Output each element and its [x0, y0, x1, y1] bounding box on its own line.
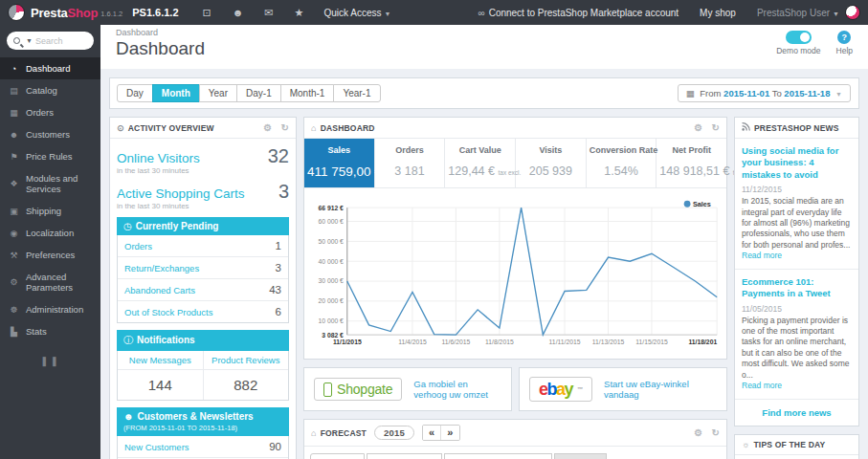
tag-icon: ⚑: [9, 152, 19, 162]
active-carts-metric: Active Shopping Carts 3: [117, 181, 289, 203]
header-widgets: Demo mode ? Help: [776, 31, 853, 55]
sidebar-item-price-rules[interactable]: ⚑Price Rules: [0, 145, 100, 167]
cart-icon[interactable]: ⊡: [203, 7, 211, 19]
topbar: PrestaShop 1.6.1.2 PS1.6.1.2 ⊡ ☻ ✉ ★ Qui…: [0, 0, 868, 25]
person-icon: ☻: [123, 411, 134, 422]
filter-day-1-button[interactable]: Day-1: [236, 84, 281, 102]
kpi-tabs: Sales411 759,00 € tax excl. Orders3 181 …: [304, 139, 726, 188]
refresh-icon[interactable]: ↻: [711, 427, 720, 438]
prestashop-logo-icon[interactable]: [8, 4, 25, 21]
sidebar-item-preferences[interactable]: ⚒Preferences: [0, 244, 100, 266]
online-visitors-link[interactable]: Online Visitors: [117, 151, 200, 165]
new-messages-value: 144: [118, 370, 203, 400]
trophy-icon[interactable]: ★: [295, 7, 304, 19]
article-title-link[interactable]: Using social media for your business: 4 …: [742, 145, 852, 181]
refresh-icon[interactable]: ↻: [280, 122, 289, 133]
sidebar-item-orders[interactable]: ▦Orders: [0, 101, 100, 123]
forecast-avg-cart-button[interactable]: Average Cart Value: [444, 453, 552, 459]
brand-name[interactable]: PrestaShop: [31, 6, 98, 20]
filter-month-button[interactable]: Month: [152, 84, 200, 102]
shopgate-logo: Shopgate: [314, 378, 402, 401]
sidebar-item-dashboard[interactable]: ◔Dashboard: [0, 57, 100, 79]
currently-pending-header: ◷Currently Pending: [117, 217, 289, 235]
help-icon[interactable]: ?: [837, 31, 851, 44]
notifications-header: ⓘNotifications: [117, 330, 289, 351]
article-title-link[interactable]: Ecommerce 101: Payments in a Tweet: [742, 276, 852, 300]
search-input[interactable]: [35, 36, 88, 46]
demo-mode-label: Demo mode: [776, 46, 820, 55]
active-carts-link[interactable]: Active Shopping Carts: [117, 186, 245, 201]
gear-icon[interactable]: ⚙: [694, 427, 702, 438]
gear-icon[interactable]: ⚙: [263, 122, 272, 133]
user-avatar[interactable]: [845, 5, 860, 20]
help-widget: ? Help: [836, 31, 853, 55]
sidebar-item-localization[interactable]: ◉Localization: [0, 222, 100, 244]
filter-month-1-button[interactable]: Month-1: [280, 84, 335, 102]
wrench-icon: ⚒: [9, 251, 19, 260]
shop-name[interactable]: PS1.6.1.2: [132, 7, 178, 18]
gear-icon[interactable]: ⚙: [694, 122, 702, 133]
breadcrumb[interactable]: Dashboard: [116, 28, 853, 37]
kpi-tab-cart-value[interactable]: Cart Value129,44 € tax excl.: [445, 139, 516, 187]
kpi-tab-visits[interactable]: Visits205 939: [516, 139, 587, 187]
my-shop-link[interactable]: My shop: [700, 8, 736, 18]
customer-icon[interactable]: ☻: [233, 7, 244, 18]
search-scope-chevron-icon[interactable]: ▼: [26, 37, 33, 44]
svg-text:11/13/2015: 11/13/2015: [592, 339, 625, 345]
marketplace-link[interactable]: ∞Connect to PrestaShop Marketplace accou…: [479, 8, 679, 18]
truck-icon: ▣: [9, 207, 19, 216]
phone-icon: [323, 382, 332, 397]
bar-chart-icon: ▙: [9, 327, 19, 337]
search-icon: [13, 37, 20, 44]
quick-access-menu[interactable]: Quick Access▼: [323, 8, 390, 18]
forecast-sales-button[interactable]: Sales: [554, 453, 607, 459]
sidebar-item-modules[interactable]: ❖Modules and Services: [0, 167, 100, 200]
read-more-link[interactable]: Read more: [742, 251, 782, 260]
filter-year-1-button[interactable]: Year-1: [333, 84, 380, 102]
forecast-panel-header: ⌂ FORECAST 2015 « » ⚙ ↻: [304, 420, 726, 447]
sidebar-collapse-button[interactable]: ❚❚: [0, 356, 100, 366]
demo-mode-toggle[interactable]: [786, 31, 812, 44]
svg-text:11/8/2015: 11/8/2015: [485, 339, 514, 345]
kpi-tab-orders[interactable]: Orders3 181: [375, 139, 446, 187]
kpi-tab-net-profit[interactable]: Net Profit148 918,51 € tax excl.: [657, 139, 726, 187]
previous-year-button[interactable]: «: [423, 426, 440, 440]
news-article: Using social media for your business: 4 …: [735, 139, 858, 270]
chevron-down-icon: ▼: [835, 91, 842, 98]
activity-panel-header: ⊙ ACTIVITY OVERVIEW ⚙ ↻: [110, 118, 296, 139]
mail-icon[interactable]: ✉: [264, 7, 273, 19]
ebay-link[interactable]: Start uw eBay-winkel vandaag: [604, 379, 717, 400]
forecast-conversion-button[interactable]: Conversion: [367, 453, 442, 459]
refresh-icon[interactable]: ↻: [711, 122, 720, 133]
sidebar-item-catalog[interactable]: ▤Catalog: [0, 79, 100, 101]
clock-icon: ◷: [123, 221, 132, 231]
product-reviews-link[interactable]: Product Reviews: [203, 351, 289, 369]
find-more-news-link[interactable]: Find more news: [735, 400, 858, 426]
sidebar-item-customers[interactable]: ☻Customers: [0, 123, 100, 145]
sidebar-item-advanced-parameters[interactable]: ⚙Advanced Parameters: [0, 266, 100, 298]
people-icon: ☻: [9, 130, 19, 140]
kpi-tab-sales[interactable]: Sales411 759,00 € tax excl.: [304, 139, 375, 187]
kpi-tab-conversion-rate[interactable]: Conversion Rate1.54%: [587, 139, 657, 187]
online-visitors-metric: Online Visitors 32: [117, 145, 289, 167]
next-year-button[interactable]: »: [440, 426, 458, 440]
user-menu[interactable]: PrestaShop User▼: [757, 8, 839, 18]
sidebar-item-administration[interactable]: ☸Administration: [0, 298, 100, 320]
puzzle-icon: ❖: [9, 179, 19, 188]
shopgate-link[interactable]: Ga mobiel en verhoog uw omzet: [413, 379, 501, 400]
ebay-module: ebay™ Start uw eBay-winkel vandaag: [519, 367, 727, 411]
sidebar-item-shipping[interactable]: ▣Shipping: [0, 200, 100, 222]
forecast-traffic-button[interactable]: Traffic: [310, 453, 365, 459]
forecast-nav: « »: [422, 425, 460, 441]
sidebar-search[interactable]: ▼: [7, 32, 94, 50]
article-date: 11/05/2015: [742, 304, 852, 314]
filter-year-button[interactable]: Year: [199, 84, 237, 102]
pending-list: Orders1 Return/Exchanges3 Abandoned Cart…: [117, 235, 289, 323]
new-messages-link[interactable]: New Messages: [118, 351, 203, 369]
sidebar-item-stats[interactable]: ▙Stats: [0, 320, 100, 342]
filter-day-button[interactable]: Day: [117, 84, 153, 102]
forecast-body: Traffic Conversion Average Cart Value Sa…: [304, 447, 726, 459]
date-range-picker[interactable]: ▦ From 2015-11-01 To 2015-11-18 ▼: [678, 84, 851, 102]
ebay-logo: ebay: [539, 381, 572, 398]
read-more-link[interactable]: Read more: [742, 381, 782, 390]
